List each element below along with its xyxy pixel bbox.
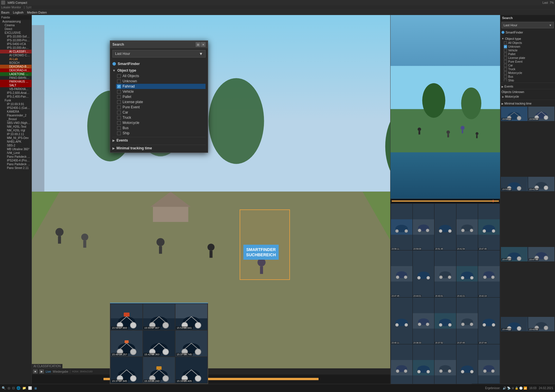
dialog-expand-btn[interactable]: ⊞	[196, 42, 200, 47]
tree-item-ips24p[interactable]: IPS-2,400-Pano-360	[0, 95, 32, 99]
dialog-time-dropdown[interactable]: Last Hour ▼	[112, 50, 206, 57]
dialog-thumb-2[interactable]: 15:55:57.907	[143, 304, 175, 330]
dialog-thumb-4[interactable]: 15:49:18.257	[111, 330, 143, 356]
tree-item-dekorad-hd[interactable]: DEKORAD-HELLDUN	[0, 68, 32, 72]
right-thumb-6[interactable]: 15:47:45	[391, 250, 412, 297]
dialog-cb-pallet[interactable]: Pallet	[117, 94, 206, 99]
tree-item-cinema[interactable]: Cinema	[0, 23, 32, 27]
tree-item-ips-analytik[interactable]: IPS-10,000-Analytik	[0, 46, 32, 50]
panel-thumb-2[interactable]: 15:59:09	[528, 107, 555, 121]
right-thumb-12[interactable]: 15:38:33	[413, 298, 434, 344]
panel-thumb-5[interactable]: 15:47:45	[501, 247, 528, 261]
live-btn[interactable]: Live	[46, 370, 51, 373]
dialog-thumb-7[interactable]: 15:37:37.945	[111, 357, 143, 383]
taskbar-icon-7[interactable]: 🖥	[34, 387, 37, 390]
right-thumb-14[interactable]: 15:37:45	[456, 298, 478, 344]
right-thumb-15[interactable]: 15:37:44	[478, 298, 500, 344]
dialog-cb-vehicle[interactable]: Vehicle	[117, 89, 206, 94]
right-cb-car[interactable]: Car	[504, 64, 554, 67]
timeline-track[interactable]	[32, 375, 390, 384]
tree-item-ips26a[interactable]: IPS-2,600-Analytik	[0, 91, 32, 95]
tree-item-ladetone[interactable]: LADETONE SERS410	[0, 72, 32, 76]
tree-item-nhb1[interactable]: NHB1-APK	[0, 140, 32, 144]
right-thumb-13[interactable]: 15:37:52	[434, 298, 456, 344]
taskbar-icon-3[interactable]: ⊡	[12, 386, 15, 390]
dialog-cb-pureevent[interactable]: Pure Event	[117, 105, 206, 110]
right-thumb-7[interactable]: 15:44:01	[413, 250, 434, 297]
tree-item-mm-ni[interactable]: MM_NI_IPS-Dev	[0, 136, 32, 140]
dialog-thumb-1[interactable]: 15:59:17.693	[111, 304, 143, 330]
taskbar-icon-4[interactable]: 🌐	[16, 386, 21, 390]
tree-item-mb360[interactable]: MB Ultraline 360°	[0, 147, 32, 151]
right-cb-motorcycle[interactable]: Motorcycle	[504, 71, 554, 75]
tree-item-funk[interactable]: Funk	[0, 99, 32, 102]
dialog-thumb-8[interactable]: 15:33:26.243	[143, 357, 175, 383]
right-thumb-10[interactable]: 15:42:19	[478, 250, 500, 297]
stop-btn[interactable]: ■	[33, 369, 38, 374]
right-cb-truck[interactable]: Truck	[504, 67, 554, 71]
dialog-cb-bus[interactable]: Bus	[117, 125, 206, 131]
dialog-cb-ship[interactable]: Ship	[117, 131, 206, 136]
dialog-thumb-6[interactable]: 15:37:39.745	[175, 330, 207, 356]
right-thumb-2[interactable]: 15:59:09	[413, 204, 434, 250]
tree-item-pano-st[interactable]: Pano Street 2.11	[0, 166, 32, 170]
menu-baum[interactable]: Baum	[1, 11, 10, 14]
right-thumb-3[interactable]: 15:51:45	[434, 204, 456, 250]
dialog-cb-motorcycle[interactable]: Motorcycle	[117, 120, 206, 125]
right-thumb-8[interactable]: 15:43:01	[434, 250, 456, 297]
dialog-smartfinder[interactable]: SmartFinder	[112, 60, 206, 68]
right-events-section[interactable]: ▶ Events	[500, 84, 555, 89]
right-thumb-4[interactable]: 15:41:54	[456, 204, 478, 250]
right-time-dropdown[interactable]: Last Hour ▼	[502, 22, 554, 28]
tree-item-brosol[interactable]: _Brosol	[0, 117, 32, 121]
panel-thumb-1[interactable]: 15:59:11	[501, 107, 528, 121]
tree-item-ausmasierung[interactable]: Ausmasierung	[0, 20, 32, 23]
taskbar-search-icon[interactable]: 🔍	[2, 386, 6, 390]
right-thumb-5[interactable]: 15:47:45	[478, 204, 500, 250]
tree-item-nm-h26l[interactable]: NM_H26L-Test	[0, 125, 32, 129]
dialog-cb-truck[interactable]: Truck	[117, 115, 206, 120]
right-thumb-9[interactable]: 15:42:21	[456, 250, 478, 297]
right-thumb-1[interactable]: 15:59:11	[391, 204, 412, 250]
playback-btn[interactable]: Wiedergabe	[53, 370, 68, 373]
dialog-close-btn[interactable]: ✕	[201, 42, 206, 47]
dialog-thumb-9[interactable]: 15:33:25.405	[175, 357, 207, 383]
dialog-events-collapsed[interactable]: ▶ Events	[112, 137, 206, 144]
tree-item-sbs-vm3[interactable]: SBS-VM3 (Nightline 57)	[0, 121, 32, 125]
taskbar-icon-6[interactable]: ⬜	[28, 386, 32, 390]
dialog-cb-unknown[interactable]: Unknown	[117, 79, 206, 84]
tree-item-parkhaus-a[interactable]: PARKHAUS ANALYTIK	[0, 80, 32, 83]
panel-thumb-8[interactable]: 15:43:01	[528, 317, 555, 331]
right-obj-type-header[interactable]: ▼ Object type	[502, 36, 554, 41]
tree-item-exclusive[interactable]: EXCLUSIVE	[0, 31, 32, 35]
right-cb-unknown[interactable]: Unknown	[504, 45, 554, 49]
dialog-obj-type-header[interactable]: ▼ Object type	[112, 68, 206, 73]
right-cb-ship[interactable]: Ship	[504, 79, 554, 81]
tree-item-pano-og1-1[interactable]: Pano Parkdeck OG1 (1)	[0, 155, 32, 159]
right-cb-bus[interactable]: Bus	[504, 75, 554, 79]
tree-item-salt[interactable]: SALT	[0, 83, 32, 87]
menu-medien[interactable]: Medien Daten	[27, 11, 47, 14]
tree-item-sbs2[interactable]: SBS-2	[0, 144, 32, 147]
tree-item-ips-vca[interactable]: IPS-5400-VCA	[0, 42, 32, 46]
tree-item-ips24gw[interactable]: IPS2400-1 (Gateway)	[0, 106, 32, 110]
right-tracking-section[interactable]: ▶ Minimal tracking time	[500, 101, 555, 106]
tree-item-ai-lab[interactable]: AI-Lab	[0, 57, 32, 61]
right-thumb-11[interactable]: 15:40:11	[391, 298, 412, 344]
tree-item-ip2[interactable]: IP:10.69.2.11	[0, 132, 32, 136]
tree-item-ip1[interactable]: IP:10.69.9.91	[0, 102, 32, 106]
tree-item-flauen[interactable]: Flauenrinder_2	[0, 114, 32, 117]
panel-thumb-4[interactable]: 15:41:54	[528, 177, 555, 191]
right-cb-pureevent[interactable]: Pure Event	[504, 60, 554, 64]
taskbar-icon-5[interactable]: 📁	[22, 386, 26, 390]
tree-item-ai-crowd[interactable]: AI CROWD COUNTING	[0, 53, 32, 57]
dialog-cb-car[interactable]: Car	[117, 110, 206, 115]
right-cb-licenseplate[interactable]: License plate	[504, 56, 554, 60]
tree-item-kamera[interactable]: KAMERA	[0, 110, 32, 114]
dialog-thumb-3[interactable]: 15:53:00.641	[175, 304, 207, 330]
panel-thumb-6[interactable]: 15:47:45	[528, 247, 555, 261]
right-smartfinder-radio[interactable]: SmartFinder	[502, 31, 554, 34]
dialog-cb-fahrrad[interactable]: Fahrrad	[116, 84, 206, 89]
tree-item-ai-class[interactable]: AI CLASSIFICATION	[0, 50, 32, 53]
dialog-cb-licenseplate[interactable]: License plate	[117, 99, 206, 105]
